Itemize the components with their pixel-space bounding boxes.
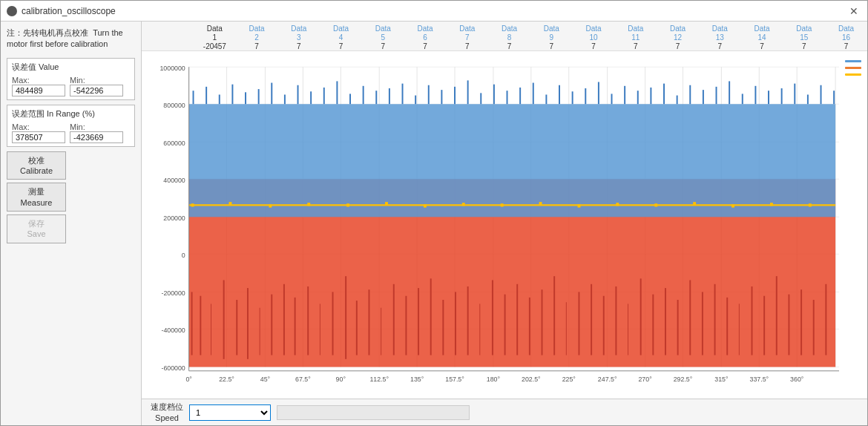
error-value-row: Max: 484489 Min: -542296 (12, 76, 130, 96)
svg-rect-127 (637, 91, 639, 104)
svg-text:22.5°: 22.5° (219, 375, 234, 382)
svg-text:90°: 90° (336, 375, 346, 382)
svg-text:0: 0 (182, 251, 185, 258)
svg-rect-44 (236, 300, 237, 355)
main-content: 注：先转电机再点校准 Turn the motor first before c… (1, 22, 867, 425)
calibrate-button[interactable]: 校准 Calibrate (7, 151, 66, 180)
orange-legend-line (845, 67, 861, 69)
svg-rect-102 (310, 91, 312, 104)
svg-rect-128 (650, 88, 651, 104)
range-min-label: Min: (70, 122, 91, 131)
svg-rect-62 (455, 292, 456, 355)
data-col-13: Data137 (705, 24, 734, 50)
svg-rect-110 (415, 96, 416, 105)
svg-rect-46 (260, 308, 260, 355)
svg-rect-43 (223, 280, 225, 358)
svg-rect-123 (585, 88, 586, 104)
svg-rect-150 (462, 203, 465, 206)
speed-select[interactable]: 1 2 3 4 5 (189, 404, 271, 421)
svg-rect-67 (516, 284, 518, 355)
legend-yellow (845, 73, 861, 76)
blue-legend-line (845, 60, 861, 62)
svg-rect-96 (231, 85, 233, 105)
svg-rect-146 (307, 203, 310, 206)
svg-rect-55 (369, 289, 370, 355)
main-window: calibration_oscilloscope ✕ 注：先转电机再点校准 Tu… (0, 0, 868, 426)
svg-rect-106 (363, 86, 364, 104)
svg-rect-130 (677, 96, 678, 105)
svg-rect-115 (480, 93, 481, 104)
svg-rect-84 (726, 298, 728, 355)
max-label: Max: (12, 76, 33, 85)
svg-rect-138 (781, 88, 783, 104)
data-header-row: Data1-20457Data27Data37Data47Data57Data6… (142, 22, 867, 51)
svg-text:400000: 400000 (163, 176, 185, 183)
svg-rect-107 (375, 91, 377, 104)
svg-rect-88 (776, 276, 777, 355)
svg-text:600000: 600000 (163, 139, 185, 146)
data-col-8: Data87 (495, 24, 525, 50)
svg-rect-125 (611, 94, 613, 104)
range-min-value: -423669 (70, 131, 123, 143)
svg-rect-66 (504, 295, 506, 355)
error-range-group: 误差范围 In Range (%) Max: 378507 Min: -4236… (7, 105, 135, 147)
error-range-row: Max: 378507 Min: -423669 (12, 122, 130, 143)
svg-rect-82 (702, 292, 703, 355)
svg-text:360°: 360° (790, 375, 804, 382)
data-col-15: Data157 (789, 24, 819, 50)
svg-rect-148 (385, 202, 388, 205)
svg-rect-111 (428, 85, 430, 105)
svg-rect-94 (206, 87, 207, 104)
svg-rect-68 (529, 298, 530, 355)
svg-rect-135 (742, 94, 743, 104)
svg-text:-400000: -400000 (161, 326, 185, 333)
svg-rect-47 (271, 295, 272, 355)
min-label: Min: (70, 76, 91, 85)
svg-rect-154 (616, 203, 619, 206)
save-button[interactable]: 保存 Save (7, 214, 66, 243)
error-value-title: 误差值 Value (12, 62, 130, 73)
chart-container: 1000000 800000 600000 400000 200000 0 -2… (142, 51, 867, 399)
svg-rect-113 (454, 87, 456, 104)
svg-rect-156 (693, 202, 696, 205)
svg-rect-72 (578, 292, 579, 355)
data-col-1: Data1-20457 (200, 24, 229, 50)
measure-button[interactable]: 测量 Measure (7, 183, 66, 212)
svg-rect-91 (813, 300, 815, 355)
svg-text:1000000: 1000000 (160, 64, 185, 71)
data-col-3: Data37 (284, 24, 314, 50)
svg-rect-97 (245, 92, 246, 104)
left-panel: 注：先转电机再点校准 Turn the motor first before c… (1, 22, 142, 425)
svg-rect-70 (553, 276, 555, 355)
data-col-9: Data97 (536, 24, 566, 50)
svg-rect-109 (402, 84, 404, 105)
svg-rect-133 (716, 87, 717, 104)
svg-rect-63 (467, 286, 469, 355)
close-button[interactable]: ✕ (846, 5, 861, 17)
title-bar: calibration_oscilloscope ✕ (1, 1, 867, 22)
svg-rect-81 (689, 280, 691, 355)
svg-rect-83 (714, 284, 716, 355)
svg-rect-54 (356, 301, 358, 355)
svg-text:337.5°: 337.5° (750, 375, 769, 382)
svg-rect-45 (247, 288, 249, 359)
svg-rect-143 (191, 203, 194, 206)
legend-blue (845, 60, 861, 62)
svg-text:-200000: -200000 (161, 289, 185, 296)
svg-rect-85 (739, 304, 740, 355)
svg-rect-137 (768, 91, 769, 104)
bottom-bar: 速度档位 Speed 1 2 3 4 5 (142, 399, 867, 425)
svg-text:800000: 800000 (163, 101, 185, 108)
min-value: -542296 (70, 85, 123, 96)
svg-rect-153 (578, 204, 581, 207)
svg-text:247.5°: 247.5° (598, 375, 617, 382)
legend-orange (845, 67, 861, 69)
svg-rect-103 (323, 88, 325, 104)
svg-rect-139 (794, 84, 795, 105)
svg-text:135°: 135° (410, 375, 424, 382)
error-value-group: 误差值 Value Max: 484489 Min: -542296 (7, 58, 135, 100)
svg-rect-145 (269, 204, 272, 207)
window-title: calibration_oscilloscope (22, 6, 116, 16)
chart-legend (839, 51, 867, 399)
svg-rect-131 (689, 85, 691, 105)
